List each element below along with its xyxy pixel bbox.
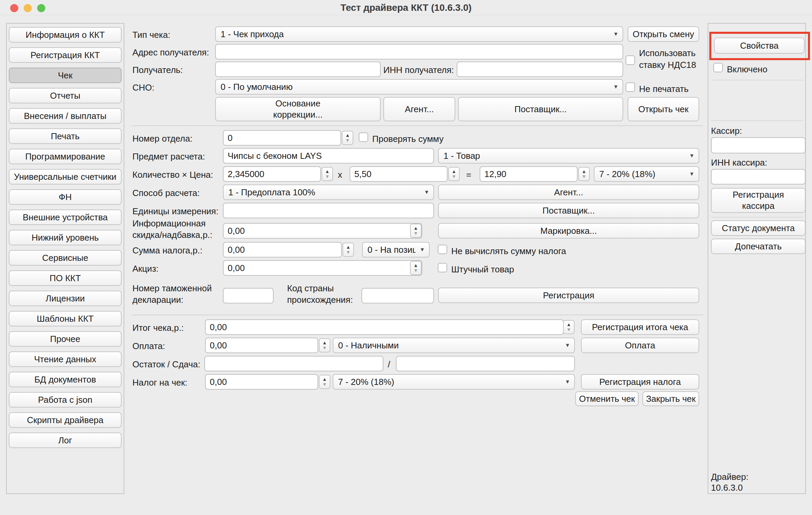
surrender-input[interactable] <box>396 356 575 371</box>
agent-top-button[interactable]: Агент... <box>383 97 455 121</box>
country-input[interactable] <box>361 288 434 303</box>
sidebar-item-json-work[interactable]: Работа с json <box>9 392 122 408</box>
recipient-input[interactable] <box>215 62 381 77</box>
supplier-top-button[interactable]: Поставщик... <box>458 97 623 121</box>
check-tax-rate-select[interactable]: 7 - 20% (18%) ▼ <box>333 374 575 390</box>
close-check-button[interactable]: Закрыть чек <box>642 391 699 406</box>
subject-type-select[interactable]: 1 - Товар ▼ <box>438 148 699 164</box>
cashier-label: Кассир: <box>711 125 742 137</box>
check-tax-input[interactable] <box>205 374 318 390</box>
tax-position-select[interactable]: 0 - На позици ▼ <box>362 242 430 258</box>
agent-button[interactable]: Агент... <box>438 185 699 200</box>
excise-spinner[interactable]: ▲▼ <box>410 261 422 275</box>
change-label: Остаток / Сдача: <box>132 359 200 370</box>
cashier-registration-button[interactable]: Регистрация кассира <box>711 188 806 213</box>
total-registration-button[interactable]: Регистрация итога чека <box>581 319 699 335</box>
cancel-check-button[interactable]: Отменить чек <box>575 391 639 406</box>
tax-sum-spinner[interactable]: ▲▼ <box>342 243 354 257</box>
price-input[interactable] <box>350 166 448 182</box>
reprint-button[interactable]: Допечатать <box>711 239 806 254</box>
sidebar-item-driver-scripts[interactable]: Скрипты драйвера <box>9 412 122 428</box>
discount-label: Информационная скидка/надбавка,р.: <box>132 218 219 241</box>
sno-select[interactable]: 0 - По умолчанию ▼ <box>215 79 623 95</box>
position-sum-spinner[interactable]: ▲▼ <box>578 167 590 181</box>
payment-method-select[interactable]: 1 - Предоплата 100% ▼ <box>223 185 434 200</box>
cashier-inn-input[interactable] <box>711 169 806 185</box>
sidebar-item-licenses[interactable]: Лицензии <box>9 291 122 306</box>
receipt-type-label: Тип чека: <box>132 29 170 41</box>
subject-input[interactable] <box>223 148 434 164</box>
position-sum-input[interactable] <box>480 166 578 182</box>
payment-button[interactable]: Оплата <box>581 338 699 353</box>
receipt-type-select[interactable]: 1 - Чек прихода ▼ <box>215 26 623 42</box>
department-input[interactable] <box>223 130 341 146</box>
sidebar-item-check[interactable]: Чек <box>9 68 122 83</box>
sidebar-item-kkt-software[interactable]: ПО ККТ <box>9 270 122 286</box>
no-tax-calc-checkbox[interactable] <box>438 245 447 254</box>
no-tax-calc-label: Не вычислять сумму налога <box>451 245 566 257</box>
units-input[interactable] <box>223 203 434 218</box>
check-tax-spinner[interactable]: ▲▼ <box>319 375 330 389</box>
open-check-button[interactable]: Открыть чек <box>628 97 699 121</box>
properties-button[interactable]: Свойства <box>714 38 805 54</box>
cashier-input[interactable] <box>711 137 806 153</box>
check-sum-checkbox[interactable] <box>359 132 368 142</box>
separator <box>711 120 803 121</box>
registration-button[interactable]: Регистрация <box>438 288 699 303</box>
chevron-down-icon: ▼ <box>689 153 694 159</box>
total-spinner[interactable]: ▲▼ <box>563 320 575 334</box>
document-status-button[interactable]: Статус документа <box>711 220 806 236</box>
sidebar-item-service[interactable]: Сервисные <box>9 250 122 266</box>
chevron-down-icon: ▼ <box>613 84 618 90</box>
sidebar-item-external-devices[interactable]: Внешние устройства <box>9 210 122 225</box>
recipient-address-input[interactable] <box>215 44 623 59</box>
sidebar-item-kkt-registration[interactable]: Регистрация ККТ <box>9 47 122 63</box>
tax-sum-input[interactable] <box>223 242 342 258</box>
sidebar-item-data-reading[interactable]: Чтение данных <box>9 351 122 367</box>
titlebar: Тест драйвера ККТ (10.6.3.0) <box>0 0 812 15</box>
open-shift-button[interactable]: Открыть смену <box>628 26 699 42</box>
total-input[interactable] <box>205 319 564 335</box>
window-title: Тест драйвера ККТ (10.6.3.0) <box>0 2 812 13</box>
discount-input[interactable] <box>223 223 422 239</box>
tax-registration-button[interactable]: Регистрация налога <box>581 374 699 390</box>
marking-button[interactable]: Маркировка... <box>438 223 699 239</box>
correction-basis-button[interactable]: Основание коррекции... <box>215 97 381 121</box>
sidebar-item-log[interactable]: Лог <box>9 433 122 448</box>
payment-type-select[interactable]: 0 - Наличными ▼ <box>333 338 575 353</box>
sidebar-item-programming[interactable]: Программирование <box>9 149 122 164</box>
customs-input[interactable] <box>223 288 274 303</box>
payment-input[interactable] <box>205 338 318 353</box>
sidebar-item-universal-counters[interactable]: Универсальные счетчики <box>9 169 122 185</box>
sidebar-item-cash-in-out[interactable]: Внесения / выплаты <box>9 108 122 124</box>
tax-rate-select[interactable]: 7 - 20% (18%) ▼ <box>594 166 699 182</box>
no-print-checkbox[interactable] <box>626 82 635 92</box>
excise-input[interactable] <box>223 260 422 276</box>
device-panel <box>708 23 806 494</box>
use-vat18-label: Использовать ставку НДС18 <box>639 47 710 71</box>
sidebar-item-fn[interactable]: ФН <box>9 189 122 205</box>
check-tax-label: Налог на чек: <box>132 377 187 388</box>
equals-sign: = <box>466 169 471 180</box>
recipient-inn-input[interactable] <box>457 62 623 77</box>
enabled-checkbox[interactable] <box>713 63 723 72</box>
payment-spinner[interactable]: ▲▼ <box>319 338 330 352</box>
supplier-button[interactable]: Поставщик... <box>438 203 699 218</box>
discount-spinner[interactable]: ▲▼ <box>410 224 422 238</box>
sidebar-item-kkt-templates[interactable]: Шаблоны ККТ <box>9 311 122 326</box>
use-vat18-checkbox[interactable] <box>626 55 635 65</box>
piece-goods-checkbox[interactable] <box>438 263 447 272</box>
quantity-input[interactable] <box>223 166 321 182</box>
sidebar-item-reports[interactable]: Отчеты <box>9 88 122 103</box>
quantity-spinner[interactable]: ▲▼ <box>322 167 333 181</box>
sidebar-item-print[interactable]: Печать <box>9 128 122 144</box>
sidebar-item-doc-db[interactable]: БД документов <box>9 372 122 387</box>
department-spinner[interactable]: ▲▼ <box>342 131 353 145</box>
sidebar-item-kkt-info[interactable]: Информация о ККТ <box>9 27 122 43</box>
sidebar-item-low-level[interactable]: Нижний уровень <box>9 230 122 245</box>
sidebar-item-other[interactable]: Прочее <box>9 331 122 347</box>
recipient-inn-label: ИНН получателя: <box>383 64 454 76</box>
piece-goods-label: Штучный товар <box>451 264 514 275</box>
remainder-input[interactable] <box>204 356 383 371</box>
price-spinner[interactable]: ▲▼ <box>448 167 460 181</box>
